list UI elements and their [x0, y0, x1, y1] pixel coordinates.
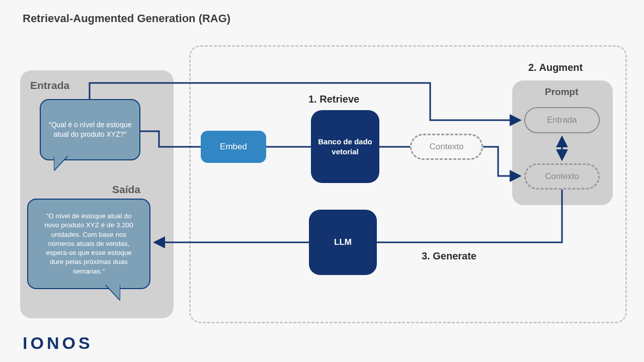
llm-node: LLM — [309, 210, 377, 275]
saida-heading: Saída — [112, 184, 140, 196]
embed-node: Embed — [201, 131, 266, 163]
ionos-logo: IONOS — [23, 333, 93, 353]
context-node: Contexto — [410, 134, 483, 160]
augment-entrada-capsule: Entrada — [524, 107, 600, 133]
entrada-heading: Entrada — [30, 79, 69, 92]
step-generate-label: 3. Generate — [422, 250, 476, 262]
prompt-heading: Prompt — [545, 86, 579, 98]
input-bubble-tail — [54, 156, 67, 170]
augment-contexto-capsule: Contexto — [524, 163, 600, 190]
step-retrieve-label: 1. Retrieve — [308, 94, 359, 105]
output-speech-bubble: "O nível de estoque atual do novo produt… — [27, 199, 150, 289]
vector-db-node: Banco de dado vetorial — [311, 110, 379, 183]
input-speech-bubble: "Qual é o nível de estoque atual do prod… — [40, 99, 140, 160]
diagram-title: Retrieval-Augmented Generation (RAG) — [23, 12, 230, 25]
output-bubble-tail — [106, 285, 120, 300]
step-augment-label: 2. Augment — [528, 62, 583, 73]
